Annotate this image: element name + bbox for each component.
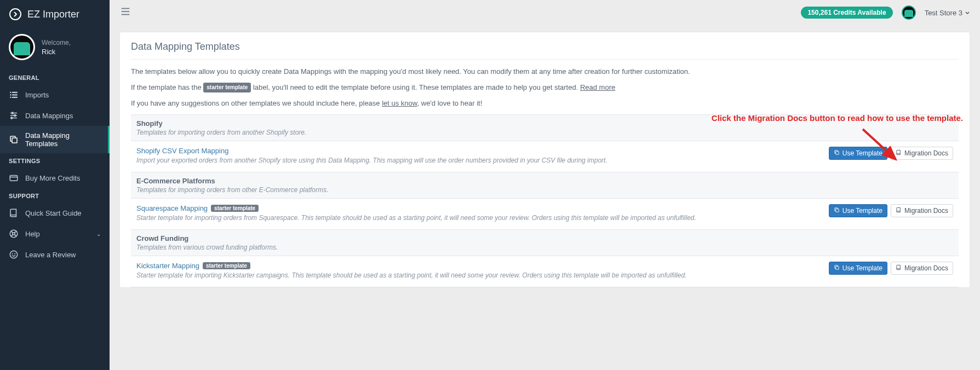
main-area: 150,261 Credits Available Test Store 3 D… xyxy=(110,0,980,370)
nav-item-help[interactable]: Help ⌄ xyxy=(0,223,110,244)
svg-point-17 xyxy=(13,233,15,235)
chevron-down-icon xyxy=(965,10,970,15)
nav-label: Imports xyxy=(25,91,49,99)
svg-rect-30 xyxy=(835,152,839,155)
nav-item-review[interactable]: Leave a Review xyxy=(0,244,110,265)
brand[interactable]: EZ Importer xyxy=(0,0,110,28)
nav-section-support: SUPPORT xyxy=(0,188,110,203)
intro-text-1: The templates below allow you to quickly… xyxy=(131,66,959,78)
template-title[interactable]: Squarespace Mapping starter template xyxy=(136,204,696,212)
svg-rect-32 xyxy=(835,267,839,270)
brand-label: EZ Importer xyxy=(27,9,79,20)
svg-rect-5 xyxy=(10,97,11,98)
nav-section-settings: SETTINGS xyxy=(0,153,110,167)
nav-label: Data Mappings xyxy=(25,112,73,120)
chevron-down-icon: ⌄ xyxy=(96,231,101,237)
migration-docs-button[interactable]: Migration Docs xyxy=(891,204,953,217)
nav-item-imports[interactable]: Imports xyxy=(0,84,110,105)
template-title[interactable]: Kickstarter Mapping starter template xyxy=(136,262,686,270)
group-title: Crowd Funding xyxy=(136,234,953,242)
svg-rect-14 xyxy=(10,176,18,181)
nav-item-data-mappings[interactable]: Data Mappings xyxy=(0,105,110,126)
template-actions: Use TemplateMigration Docs xyxy=(829,147,953,160)
nav-label: Data Mapping Templates xyxy=(25,131,101,148)
copy-icon xyxy=(834,264,840,272)
intro-text-3: If you have any suggestions on other tem… xyxy=(131,98,959,109)
profile-block: Welcome, Rick xyxy=(0,28,110,70)
group-header: Crowd FundingTemplates from various crow… xyxy=(131,230,959,256)
let-us-know-link[interactable]: let us know xyxy=(382,99,417,107)
starter-badge: starter template xyxy=(203,262,250,269)
svg-rect-13 xyxy=(12,138,17,143)
store-name-label: Test Store 3 xyxy=(925,9,962,17)
svg-rect-6 xyxy=(12,97,18,98)
svg-point-8 xyxy=(12,112,13,114)
svg-point-10 xyxy=(14,115,16,117)
svg-line-20 xyxy=(11,235,13,236)
migration-docs-button[interactable]: Migration Docs xyxy=(891,262,953,275)
template-actions: Use TemplateMigration Docs xyxy=(829,262,953,275)
svg-point-12 xyxy=(11,117,13,119)
nav-label: Leave a Review xyxy=(25,251,76,259)
use-template-button[interactable]: Use Template xyxy=(829,262,887,275)
svg-line-21 xyxy=(15,231,16,233)
nav-item-quick-start[interactable]: Quick Start Guide xyxy=(0,203,110,223)
nav-section-general: GENERAL xyxy=(0,70,110,84)
group-title: E-Commerce Platforms xyxy=(136,177,953,185)
hamburger-icon xyxy=(119,5,131,18)
nav-label: Help xyxy=(25,230,40,238)
group-header: E-Commerce PlatformsTemplates for import… xyxy=(131,172,959,199)
template-actions: Use TemplateMigration Docs xyxy=(829,204,953,217)
intro-text-2: If the template has the starter template… xyxy=(131,82,959,94)
nav-item-data-mapping-templates[interactable]: Data Mapping Templates xyxy=(0,126,110,153)
nav-label: Quick Start Guide xyxy=(25,209,82,217)
template-row: Squarespace Mapping starter templateStar… xyxy=(131,199,959,230)
app-logo-icon xyxy=(9,8,22,21)
copy-icon xyxy=(834,207,840,215)
template-desc: Starter template for importing Kickstart… xyxy=(136,271,686,280)
svg-point-24 xyxy=(15,253,15,254)
template-row: Shopify CSV Export Mapping Import your e… xyxy=(131,141,959,172)
book-icon xyxy=(896,264,902,272)
sliders-icon xyxy=(9,111,19,120)
sidebar: EZ Importer Welcome, Rick GENERAL Import… xyxy=(0,0,110,370)
avatar[interactable] xyxy=(9,34,35,60)
divider xyxy=(131,59,959,60)
template-desc: Starter template for importing orders fr… xyxy=(136,213,696,223)
template-info: Shopify CSV Export Mapping Import your e… xyxy=(136,147,608,165)
svg-rect-2 xyxy=(12,92,18,93)
nav-item-buy-credits[interactable]: Buy More Credits xyxy=(0,167,110,188)
menu-toggle-button[interactable] xyxy=(119,5,131,20)
store-dropdown[interactable]: Test Store 3 xyxy=(925,9,970,17)
nav-label: Buy More Credits xyxy=(25,174,80,182)
template-desc: Import your exported orders from another… xyxy=(136,156,608,165)
credits-badge[interactable]: 150,261 Credits Available xyxy=(801,7,892,19)
svg-line-18 xyxy=(11,231,13,233)
migration-docs-button[interactable]: Migration Docs xyxy=(891,147,953,160)
copy-icon xyxy=(9,135,19,144)
group-desc: Templates from various crowd funding pla… xyxy=(136,244,953,251)
list-icon xyxy=(9,90,19,100)
welcome-text: Welcome, xyxy=(42,39,71,47)
life-ring-icon xyxy=(9,229,19,239)
use-template-button[interactable]: Use Template xyxy=(829,147,887,160)
template-groups: ShopifyTemplates for importing orders fr… xyxy=(131,114,959,287)
content-panel: Data Mapping Templates The templates bel… xyxy=(119,32,970,288)
top-avatar[interactable] xyxy=(902,5,916,20)
read-more-link[interactable]: Read more xyxy=(580,83,615,91)
template-title[interactable]: Shopify CSV Export Mapping xyxy=(136,147,608,155)
svg-point-0 xyxy=(10,9,21,20)
smile-icon xyxy=(9,250,19,259)
page-title: Data Mapping Templates xyxy=(131,41,959,53)
starter-badge: starter template xyxy=(211,205,259,212)
copy-icon xyxy=(834,149,840,157)
group-title: Shopify xyxy=(136,119,953,128)
book-icon xyxy=(896,149,902,157)
svg-point-22 xyxy=(10,251,18,258)
svg-rect-1 xyxy=(10,92,11,93)
book-icon xyxy=(896,207,902,215)
username: Rick xyxy=(42,48,71,56)
use-template-button[interactable]: Use Template xyxy=(829,204,887,217)
svg-rect-4 xyxy=(12,94,18,95)
template-info: Kickstarter Mapping starter templateStar… xyxy=(136,262,686,280)
